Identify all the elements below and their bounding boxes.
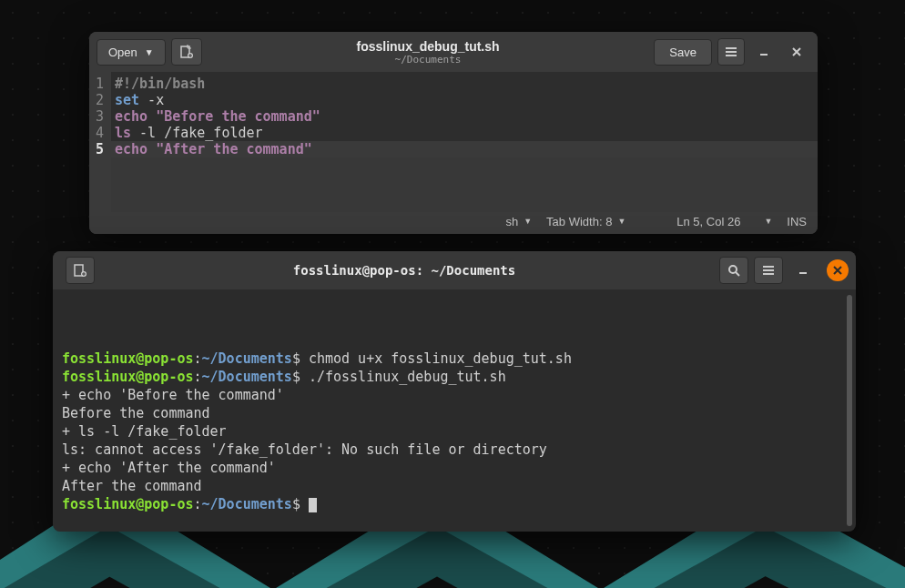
tab-width-selector[interactable]: Tab Width: 8 ▼ — [546, 215, 625, 228]
minimize-icon — [798, 265, 808, 276]
terminal-output[interactable]: fosslinux@pop-os:~/Documents$ chmod u+x … — [53, 289, 856, 532]
line-number: 5 — [93, 141, 104, 157]
hamburger-menu-button[interactable] — [717, 38, 745, 66]
open-button[interactable]: Open ▼ — [97, 39, 166, 66]
code-line[interactable]: echo "Before the command" — [111, 108, 818, 125]
cursor — [309, 498, 317, 512]
code-content[interactable]: #!/bin/bashset -xecho "Before the comman… — [111, 72, 818, 208]
cursor-position-label: Ln 5, Col 26 — [676, 215, 740, 228]
cursor-position[interactable]: Ln 5, Col 26 ▼ — [676, 215, 772, 228]
code-line[interactable]: #!/bin/bash — [111, 76, 818, 92]
search-button[interactable] — [719, 257, 748, 284]
hamburger-menu-button[interactable] — [754, 257, 783, 284]
line-number: 4 — [93, 125, 104, 141]
terminal-line: fosslinux@pop-os:~/Documents$ chmod u+x … — [62, 350, 847, 368]
line-number-gutter: 12345 — [89, 72, 111, 208]
search-icon — [727, 264, 740, 277]
insert-mode[interactable]: INS — [787, 215, 807, 228]
chevron-down-icon: ▼ — [524, 217, 532, 226]
language-label: sh — [505, 215, 518, 228]
terminal-line: fosslinux@pop-os:~/Documents$ ./fosslinu… — [62, 368, 847, 386]
hamburger-icon — [725, 46, 737, 58]
close-icon — [833, 266, 842, 275]
code-line[interactable]: set -x — [111, 92, 818, 108]
gedit-window: Open ▼ fosslinux_debug_tut.sh ~/Document… — [89, 32, 818, 234]
line-number: 2 — [93, 92, 104, 108]
minimize-icon — [758, 46, 769, 57]
code-line[interactable]: echo "After the command" — [111, 141, 818, 157]
new-tab-button[interactable] — [66, 257, 95, 284]
new-tab-icon — [73, 263, 87, 278]
minimize-button[interactable] — [788, 257, 818, 284]
terminal-line: + echo 'After the command' — [62, 459, 847, 477]
save-button[interactable]: Save — [654, 39, 712, 66]
gedit-statusbar: sh ▼ Tab Width: 8 ▼ Ln 5, Col 26 ▼ INS — [89, 208, 818, 234]
insert-mode-label: INS — [787, 215, 807, 228]
code-line[interactable]: ls -l /fake_folder — [111, 125, 818, 141]
gedit-title-area: fosslinux_debug_tut.sh ~/Documents — [202, 39, 655, 66]
terminal-line: + echo 'Before the command' — [62, 386, 847, 404]
terminal-line: Before the command — [62, 404, 847, 422]
gedit-title: fosslinux_debug_tut.sh — [202, 39, 655, 54]
close-button[interactable] — [783, 38, 810, 66]
svg-point-4 — [729, 266, 737, 273]
terminal-line: fosslinux@pop-os:~/Documents$ — [62, 495, 847, 513]
terminal-line: After the command — [62, 477, 847, 495]
open-label: Open — [108, 46, 137, 59]
line-number: 1 — [93, 76, 104, 92]
language-selector[interactable]: sh ▼ — [505, 215, 532, 228]
tab-width-label: Tab Width: 8 — [546, 215, 612, 228]
terminal-title: fosslinux@pop-os: ~/Documents — [95, 263, 714, 278]
gedit-subtitle: ~/Documents — [202, 54, 655, 66]
scrollbar[interactable] — [847, 295, 852, 526]
terminal-line: + ls -l /fake_folder — [62, 422, 847, 441]
chevron-down-icon: ▼ — [764, 217, 772, 226]
minimize-button[interactable] — [750, 38, 778, 66]
chevron-down-icon: ▼ — [617, 217, 625, 226]
gedit-headerbar: Open ▼ fosslinux_debug_tut.sh ~/Document… — [89, 32, 818, 72]
editor-area[interactable]: 12345 #!/bin/bashset -xecho "Before the … — [89, 72, 818, 208]
close-icon — [791, 46, 802, 57]
chevron-down-icon: ▼ — [145, 47, 154, 57]
new-document-icon — [179, 45, 194, 59]
terminal-line: ls: cannot access '/fake_folder': No suc… — [62, 441, 847, 459]
terminal-window: fosslinux@pop-os: ~/Documents fosslinux@… — [53, 251, 856, 532]
close-button[interactable] — [827, 259, 849, 281]
hamburger-icon — [762, 264, 775, 277]
line-number: 3 — [93, 108, 104, 125]
terminal-headerbar: fosslinux@pop-os: ~/Documents — [53, 251, 856, 289]
new-tab-button[interactable] — [171, 38, 202, 66]
